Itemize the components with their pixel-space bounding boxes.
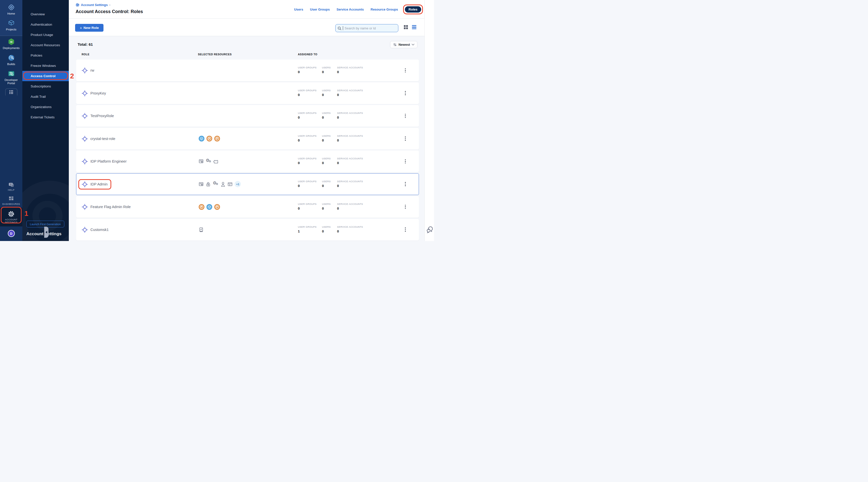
builds-circle-icon bbox=[7, 54, 15, 62]
sidebar-item-access-control[interactable]: Access Control bbox=[22, 71, 69, 81]
row-menu-kebab-icon[interactable] bbox=[403, 219, 408, 240]
rail-item-label: HELP bbox=[8, 189, 14, 191]
module-grid-icon bbox=[9, 90, 13, 94]
selected-resources-group: ⚙⚙ bbox=[199, 151, 218, 172]
sidebar-item-external-tickets[interactable]: External Tickets bbox=[22, 112, 69, 122]
launch-first-generation-button[interactable]: Launch First Generation bbox=[26, 221, 64, 228]
svg-text:∞: ∞ bbox=[10, 40, 13, 44]
resource-lock-icon bbox=[206, 182, 211, 187]
support-chat-icon[interactable] bbox=[427, 226, 434, 235]
assigned-count: 0 bbox=[298, 116, 300, 119]
row-menu-kebab-icon[interactable] bbox=[403, 196, 408, 217]
role-name[interactable]: IDP Platform Engineer bbox=[90, 151, 127, 172]
role-row-customsk1[interactable]: Customsk1USER GROUPS1USERS0SERVICE ACCOU… bbox=[76, 219, 419, 241]
row-menu-kebab-icon[interactable] bbox=[403, 151, 408, 172]
sidebar-collapse-button[interactable] bbox=[44, 227, 49, 238]
assigned-count: 0 bbox=[298, 93, 300, 97]
rail-item-developer-portal[interactable]: Developer Portal bbox=[0, 68, 22, 87]
sidebar-item-account-resources[interactable]: Account Resources bbox=[22, 40, 69, 50]
rail-item-account-settings[interactable]: ACCOUNT SETTINGS bbox=[0, 208, 22, 227]
rail-item-projects[interactable]: Projects bbox=[0, 17, 22, 33]
breadcrumb-label[interactable]: Account Settings bbox=[81, 3, 108, 7]
search-box[interactable] bbox=[335, 24, 398, 32]
sidebar-item-overview[interactable]: Overview bbox=[22, 9, 69, 19]
assigned-count: 0 bbox=[322, 70, 324, 74]
assigned-count: 0 bbox=[298, 207, 300, 210]
assigned-count: 0 bbox=[337, 207, 339, 210]
sidebar-item-authentication[interactable]: Authentication bbox=[22, 19, 69, 30]
search-input[interactable] bbox=[345, 26, 396, 30]
role-name[interactable]: Customsk1 bbox=[90, 219, 109, 240]
tab-roles[interactable]: Roles bbox=[405, 6, 421, 12]
row-menu-kebab-icon[interactable] bbox=[403, 128, 408, 149]
roles-rows: rwUSER GROUPS0USERS0SERVICE ACCOUNTS0Pro… bbox=[76, 60, 419, 241]
list-view-button[interactable] bbox=[412, 25, 416, 29]
sidebar-footer-title: Account Settings bbox=[26, 232, 62, 237]
rail-item-deployments[interactable]: ∞Deployments bbox=[0, 36, 22, 52]
assigned-label: SERVICE ACCOUNTS bbox=[337, 89, 363, 92]
resource-certificate-icon bbox=[199, 182, 204, 187]
resource-flag-circle-icon bbox=[199, 204, 205, 210]
row-menu-kebab-icon[interactable] bbox=[403, 174, 408, 195]
role-row-testproxyrole[interactable]: TestProxyRoleUSER GROUPS0USERS0SERVICE A… bbox=[76, 105, 419, 127]
user-avatar[interactable]: D bbox=[8, 230, 15, 237]
role-name[interactable]: Feature Flag Admin Role bbox=[90, 196, 131, 217]
settings-gear-icon bbox=[75, 3, 80, 7]
sidebar-item-audit-trail[interactable]: Audit Trail bbox=[22, 91, 69, 102]
resource-flag-circle-icon bbox=[214, 204, 220, 210]
rail-item-builds[interactable]: Builds bbox=[0, 52, 22, 68]
row-menu-kebab-icon[interactable] bbox=[403, 83, 408, 104]
resource-overflow-chip[interactable]: +1 bbox=[235, 181, 241, 187]
sort-arrows-icon bbox=[393, 43, 397, 47]
rail-modules-main: ∞DeploymentsBuildsDeveloper Portal bbox=[0, 36, 22, 87]
role-row-feature-flag-admin-role[interactable]: Feature Flag Admin RoleUSER GROUPS0USERS… bbox=[76, 196, 419, 218]
module-picker-button[interactable] bbox=[5, 88, 17, 95]
rail-item-label: ACCOUNT SETTINGS bbox=[0, 218, 22, 224]
tab-service-accounts[interactable]: Service Accounts bbox=[337, 7, 364, 11]
rail-item-label: Home bbox=[7, 12, 15, 15]
sidebar-item-freeze-windows[interactable]: Freeze Windows bbox=[22, 61, 69, 71]
plus-icon: + bbox=[80, 26, 82, 30]
assigned-count: 1 bbox=[298, 230, 300, 233]
assigned-count: 0 bbox=[322, 93, 324, 97]
selected-resources-group: ⚙⚙+1 bbox=[199, 174, 241, 195]
tab-users[interactable]: Users bbox=[294, 7, 303, 11]
role-target-icon bbox=[82, 204, 88, 211]
search-icon bbox=[338, 26, 341, 30]
role-row-crystal-test-role[interactable]: crystal-test-roleUSER GROUPS0USERS0SERVI… bbox=[76, 128, 419, 150]
role-name[interactable]: TestProxyRole bbox=[90, 105, 114, 126]
role-name[interactable]: crystal-test-role bbox=[90, 128, 115, 149]
sidebar-item-subscriptions[interactable]: Subscriptions bbox=[22, 81, 69, 91]
new-role-button[interactable]: + New Role bbox=[75, 24, 103, 32]
row-menu-kebab-icon[interactable] bbox=[403, 60, 408, 81]
sidebar-item-organizations[interactable]: Organizations bbox=[22, 102, 69, 112]
rail-item-help[interactable]: ?HELP bbox=[0, 180, 22, 193]
rail-item-home[interactable]: Home bbox=[0, 1, 22, 17]
rail-item-dashboards[interactable]: DASHBOARDS bbox=[0, 193, 22, 208]
tab-user-groups[interactable]: User Groups bbox=[310, 7, 330, 11]
page-title: Account Access Control: Roles bbox=[75, 9, 143, 14]
row-menu-kebab-icon[interactable] bbox=[403, 105, 408, 126]
role-row-idp-admin[interactable]: IDP Admin⚙⚙+1USER GROUPS0USERS0SERVICE A… bbox=[76, 173, 419, 195]
sidebar-item-product-usage[interactable]: Product Usage bbox=[22, 30, 69, 40]
sidebar-item-policies[interactable]: Policies bbox=[22, 50, 69, 61]
dashboards-grid-icon bbox=[8, 195, 14, 202]
rail-item-label: Developer Portal bbox=[0, 79, 22, 85]
role-row-idp-platform-engineer[interactable]: IDP Platform Engineer⚙⚙USER GROUPS0USERS… bbox=[76, 151, 419, 172]
scroll-gutter bbox=[425, 0, 434, 241]
role-row-proxykey[interactable]: ProxyKeyUSER GROUPS0USERS0SERVICE ACCOUN… bbox=[76, 83, 419, 104]
assigned-count: 0 bbox=[298, 184, 300, 188]
role-row-rw[interactable]: rwUSER GROUPS0USERS0SERVICE ACCOUNTS0 bbox=[76, 60, 419, 81]
breadcrumb[interactable]: Account Settings › bbox=[75, 3, 111, 7]
grid-view-button[interactable] bbox=[404, 25, 408, 29]
role-name[interactable]: ProxyKey bbox=[90, 83, 106, 104]
assigned-label: SERVICE ACCOUNTS bbox=[337, 225, 363, 228]
role-name[interactable]: rw bbox=[90, 60, 94, 81]
roles-list-section: Total: 61 Newest ROLE SELECTED RESOURCES… bbox=[69, 36, 434, 241]
assigned-label: SERVICE ACCOUNTS bbox=[337, 66, 363, 69]
tab-resource-groups[interactable]: Resource Groups bbox=[371, 7, 398, 11]
assigned-count: 0 bbox=[337, 70, 339, 74]
resource-gears-icon: ⚙⚙ bbox=[206, 159, 212, 164]
role-name[interactable]: IDP Admin bbox=[90, 174, 107, 195]
sort-dropdown[interactable]: Newest bbox=[390, 41, 417, 48]
